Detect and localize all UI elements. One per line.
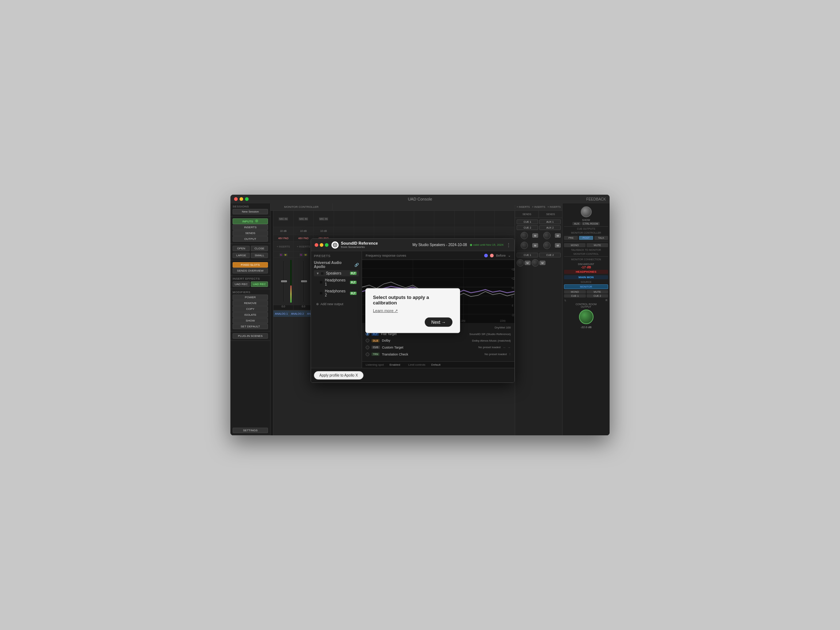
feedback-label[interactable]: FEEDBACK xyxy=(586,197,606,201)
learn-more-link[interactable]: Learn more ↗ xyxy=(373,308,398,313)
show-btn[interactable]: SHOW xyxy=(233,318,268,324)
fader-1[interactable] xyxy=(273,258,294,305)
translation-radio[interactable] xyxy=(366,352,369,356)
output-btn[interactable]: OUTPUT xyxy=(233,236,268,242)
mono-output-btn[interactable]: MONO xyxy=(564,290,586,294)
aux1-m-btn[interactable]: M xyxy=(555,233,561,238)
translation-target-row[interactable]: TRN Translation Check No preset loaded ↑ xyxy=(366,352,511,357)
solo-btn-2[interactable]: S xyxy=(299,253,303,256)
aux1-item[interactable]: AUX 1 xyxy=(539,219,561,224)
cue1-m-btn[interactable]: M xyxy=(532,233,538,238)
dolby-target-row[interactable]: DLB Dolby Dolby Atmos Music (matched) xyxy=(366,338,511,343)
talk-btn[interactable]: TALK xyxy=(594,236,608,240)
expand-btn[interactable]: ⌄ xyxy=(508,253,511,257)
mute-btn-2[interactable]: M xyxy=(304,253,308,256)
mono-m-btn[interactable]: MONO xyxy=(564,243,586,247)
isolate-btn[interactable]: ISOLATE xyxy=(233,312,268,317)
translation-name: Translation Check xyxy=(382,352,408,356)
speakers-item[interactable]: ▼ ⊞ Speakers FLT xyxy=(314,270,359,276)
bottom-label-1[interactable]: ANALOG 1 xyxy=(273,311,289,317)
plug-in-scenes-btn[interactable]: PLUG-IN SCENES xyxy=(233,333,268,339)
solo-btn-1[interactable]: S xyxy=(279,253,283,256)
dolby-radio[interactable] xyxy=(366,339,369,343)
cue1-b-m-btn[interactable]: M xyxy=(525,261,531,265)
cue2-b-m-btn[interactable]: M xyxy=(540,261,545,265)
cue1-b-knob[interactable] xyxy=(516,259,524,267)
mute-m-btn[interactable]: MUTE xyxy=(587,243,608,247)
aux2-knob[interactable] xyxy=(543,242,551,249)
cue2-item[interactable]: CUE 2 xyxy=(516,225,538,230)
uad-rec-btn[interactable]: UAD REC xyxy=(233,281,250,287)
settings-btn[interactable]: SETTINGS xyxy=(233,428,268,433)
small-btn[interactable]: SMALL xyxy=(251,253,268,258)
cue1-output-btn[interactable]: CUE 1 xyxy=(564,294,586,297)
pre-btn[interactable]: PRE xyxy=(564,236,578,240)
cue2-knob[interactable] xyxy=(521,242,528,249)
control-room-knob[interactable] xyxy=(579,309,594,324)
custom-prev-btn[interactable]: ← xyxy=(503,345,507,349)
minimize-window-btn[interactable] xyxy=(240,197,243,201)
power-btn[interactable]: POWER xyxy=(233,295,268,300)
fader-track-1[interactable] xyxy=(283,261,284,302)
speakers-grid-icon: ⊞ xyxy=(321,272,324,275)
fixed-slots-btn[interactable]: FIXED SLOTS xyxy=(233,262,268,268)
apply-profile-btn[interactable]: Apply profile to Apollo X xyxy=(314,371,363,379)
presets-panel: Presets Universal Audio Apollo 🔗 ▼ ⊞ Spe… xyxy=(311,251,362,368)
listening-spot-value[interactable]: Enabled xyxy=(389,363,400,366)
add-output-btn[interactable]: ⊕ Add new output xyxy=(314,301,359,307)
set-default-btn[interactable]: SET DEFAULT xyxy=(233,324,268,329)
cue-outputs-label: CUE OUTPUTS xyxy=(564,227,608,230)
large-btn[interactable]: LARGE xyxy=(233,253,250,258)
inputs-btn[interactable]: INPUTS xyxy=(233,218,268,224)
close-btn[interactable]: CLOSE xyxy=(251,246,268,251)
sends-overview-btn[interactable]: SENDS OVERVIEW xyxy=(233,268,268,273)
aux-btn[interactable]: AUX xyxy=(572,222,580,225)
profile-name[interactable]: My Studio Speakers - 2024-10-08 xyxy=(412,243,467,247)
custom-target-row[interactable]: CUS Custom Target No preset loaded ← → xyxy=(366,344,511,350)
dialog-minimize-btn[interactable] xyxy=(320,243,324,247)
aux1-knob[interactable] xyxy=(543,232,551,239)
headphones-1-item[interactable]: ⊞ Headphones 1 FLT xyxy=(314,277,359,287)
insert-cell-1[interactable]: + INSERTS xyxy=(273,242,294,251)
cue2-b-knob[interactable] xyxy=(532,259,539,267)
limit-controls-value[interactable]: Default xyxy=(431,363,441,366)
cue2-output-btn[interactable]: CUE 2 xyxy=(587,294,608,297)
remove-btn[interactable]: REMOVE xyxy=(233,300,268,306)
before-label[interactable]: Before xyxy=(496,254,506,257)
maximize-window-btn[interactable] xyxy=(245,197,249,201)
close-window-btn[interactable] xyxy=(234,197,238,201)
link-icon[interactable]: 🔗 xyxy=(354,263,359,267)
new-session-btn[interactable]: New Session xyxy=(233,209,268,215)
dialog-close-btn[interactable] xyxy=(315,243,318,247)
mute-btn-1[interactable]: M xyxy=(284,253,287,256)
custom-next-btn[interactable]: → xyxy=(507,345,511,349)
translation-prev-btn[interactable]: ↑ xyxy=(509,352,511,356)
uad-rec2-btn[interactable]: UAD REC xyxy=(251,281,268,287)
monitor-source-btn[interactable]: MONITOR xyxy=(564,284,608,289)
custom-radio[interactable] xyxy=(366,346,369,349)
cue1-knob[interactable] xyxy=(521,232,528,239)
mute-output-btn[interactable]: MUTE xyxy=(587,290,608,294)
cue1-b-item[interactable]: CUE 1 xyxy=(516,253,538,257)
dialog-maximize-btn[interactable] xyxy=(325,243,328,247)
cue1-item[interactable]: CUE 1 xyxy=(516,219,538,224)
cue2-b-item[interactable]: CUE 2 xyxy=(539,253,561,257)
sends-btn[interactable]: SENDS xyxy=(233,231,268,236)
inserts-btn[interactable]: INSERTS xyxy=(233,224,268,230)
copy-btn[interactable]: COPY xyxy=(233,306,268,312)
bottom-label-2[interactable]: ANALOG 2 xyxy=(289,311,306,317)
next-btn[interactable]: Next → xyxy=(425,317,452,327)
fader-track-2[interactable] xyxy=(303,261,304,302)
left-sidebar: SESSIONS New Session INPUTS INSERTS SEND… xyxy=(231,204,270,435)
headphones-2-item[interactable]: ⊞ Headphones 2 FLT xyxy=(314,288,359,298)
open-btn[interactable]: OPEN xyxy=(233,246,250,251)
more-options-btn[interactable]: ⋮ xyxy=(507,242,511,248)
phantom-cell-1[interactable]: 48V PAD xyxy=(273,235,294,242)
aux2-item[interactable]: AUX 2 xyxy=(539,225,561,230)
adat-cell-3 xyxy=(475,211,495,227)
aux2-m-btn[interactable]: M xyxy=(555,243,561,248)
cue2-m-btn[interactable]: M xyxy=(532,243,538,248)
ctrl-room-btn[interactable]: CTRL ROOM xyxy=(581,222,600,225)
mic-cell-3: MIC IN xyxy=(314,211,333,227)
post-btn[interactable]: POST xyxy=(579,236,593,240)
